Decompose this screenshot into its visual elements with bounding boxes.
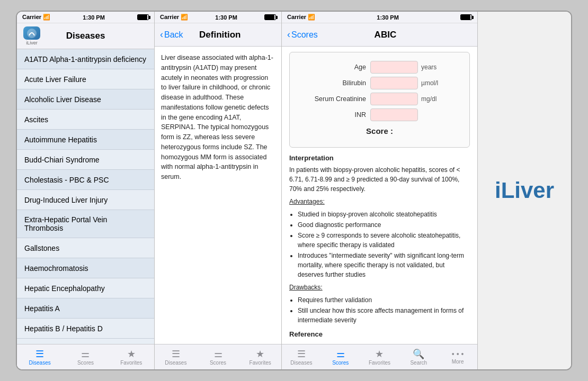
tab-diseases-3[interactable]: ☰ Diseases [282,347,321,368]
disease-item-haemo[interactable]: Haemochromatosis [17,258,154,278]
back-chevron-3: ‹ [287,29,290,40]
tab-scores-label-3: Scores [332,360,349,366]
score-result-label: Score : [297,125,462,138]
creatinine-unit: mg/dl [421,94,436,104]
tab-more-label-3: More [452,359,464,365]
interpretation-text: In patients with biopsy-proven alcoholic… [289,165,470,194]
score-form: Age years Bilirubin µmol/l Serum Creatin… [289,52,470,148]
bilirubin-unit: µmol/l [421,78,438,88]
disease-item-ald[interactable]: Alcoholic Liver Disease [17,89,154,110]
advantage-2: Good diagnostic performance [298,220,470,230]
battery-3 [460,14,472,20]
disease-item-ehpvt[interactable]: Extra-Hepatic Portal Vein Thrombosis [17,210,154,238]
battery-1 [137,14,149,20]
tab-more-3[interactable]: • • • More [438,347,477,368]
tab-favorites-label-1: Favorites [120,360,142,366]
tab-scores-label-1: Scores [77,360,94,366]
back-label-2: Back [164,30,183,40]
definition-panel: Carrier 📶 1:30 PM ‹ Back Definition Live… [155,12,282,369]
definition-content: Liver disease associated with alpha-1-an… [155,47,281,344]
tab-favorites-label-2: Favorites [250,360,271,366]
back-label-3: Scores [291,30,318,40]
disease-item-a1atd[interactable]: A1ATD Alpha-1-antitrypsin deficiency [17,49,154,69]
tab-favorites-2[interactable]: ★ Favorites [239,347,281,368]
advantage-3: Score ≥ 9 corresponds to severe alcoholi… [298,231,470,250]
back-button-2[interactable]: ‹ Back [160,29,183,40]
inr-label: INR [297,110,366,120]
definition-text: Liver disease associated with alpha-1-an… [155,47,281,188]
disease-item-budd[interactable]: Budd-Chiari Syndrome [17,150,154,170]
abic-panel: Carrier 📶 1:30 PM ‹ Scores ABIC Age year [282,12,478,369]
favorites-tab-icon-3: ★ [375,349,384,359]
diseases-panel: Carrier 📶 1:30 PM iLiver Diseases A1ATD … [17,12,155,369]
back-button-3[interactable]: ‹ Scores [287,29,318,40]
advantages-title: Advantages: [289,197,470,206]
disease-item-dili[interactable]: Drug-Induced Liver Injury [17,190,154,210]
iliver-brand-text: iLiver [495,178,554,203]
nav-bar-2: ‹ Back Definition [155,23,281,47]
time-3: 1:30 PM [377,14,399,21]
reference-title: Reference [289,329,470,340]
interpretation-title: Interpretation [289,153,470,164]
battery-2 [264,14,276,20]
tab-bar-2: ☰ Diseases ⚌ Scores ★ Favorites [155,344,281,369]
tab-favorites-1[interactable]: ★ Favorites [109,347,154,368]
tab-scores-label-2: Scores [210,360,226,366]
tab-scores-2[interactable]: ⚌ Scores [197,347,239,368]
back-chevron-2: ‹ [160,29,163,40]
age-input[interactable] [370,61,418,74]
disease-item-hep-b[interactable]: Hepatitis B / Hepatitis D [17,319,154,339]
score-row-bilirubin: Bilirubin µmol/l [297,77,462,89]
bilirubin-label: Bilirubin [297,78,366,88]
tab-diseases-1[interactable]: ☰ Diseases [17,347,63,368]
advantage-4: Introduces "intermediate severity" with … [298,251,470,279]
tab-search-label-3: Search [410,360,427,366]
app-icon: iLiver [22,26,41,46]
advantage-1: Studied in biopsy-proven alcoholic steat… [298,210,470,219]
disease-item-hep-a[interactable]: Hepatitis A [17,298,154,319]
inr-input[interactable] [370,108,418,121]
panel2-title: Definition [183,30,257,40]
tab-scores-1[interactable]: ⚌ Scores [63,347,108,368]
diseases-tab-icon-3: ☰ [297,349,306,359]
age-label: Age [297,62,366,72]
disease-item-cholestasis[interactable]: Cholestasis - PBC & PSC [17,170,154,190]
panel1-title: Diseases [41,31,130,41]
tab-favorites-3[interactable]: ★ Favorites [360,347,399,368]
tab-diseases-2[interactable]: ☰ Diseases [155,347,197,368]
disease-item-ascites[interactable]: Ascites [17,110,154,130]
time-2: 1:30 PM [215,14,237,21]
disease-item-hepatic-enc[interactable]: Hepatic Encephalopathy [17,278,154,298]
status-bar-1: Carrier 📶 1:30 PM [17,12,154,23]
carrier-2: Carrier 📶 [160,14,188,21]
diseases-tab-icon-1: ☰ [35,349,44,359]
disease-list: A1ATD Alpha-1-antitrypsin deficiency Acu… [17,49,154,344]
tab-diseases-label-3: Diseases [290,360,312,366]
disease-item-alf[interactable]: Acute Liver Failure [17,69,154,89]
drawbacks-title: Drawbacks: [289,283,470,292]
disease-item-autoimmune[interactable]: Autoimmune Hepatitis [17,130,154,150]
bilirubin-input[interactable] [370,77,418,89]
nav-bar-1: iLiver Diseases [17,23,154,49]
drawback-1: Requires further validation [298,295,470,305]
age-unit: years [421,62,436,72]
app-icon-label: iLiver [26,40,38,46]
diseases-tab-icon-2: ☰ [172,349,180,359]
tab-search-3[interactable]: 🔍 Search [399,347,438,368]
status-bar-3: Carrier 📶 1:30 PM [282,12,477,23]
app-icon-image [23,26,40,40]
panel3-title: ABIC [318,30,453,40]
disease-item-gallstones[interactable]: Gallstones [17,238,154,258]
score-row-age: Age years [297,61,462,74]
tab-diseases-label-2: Diseases [165,360,186,366]
score-row-creatinine: Serum Creatinine mg/dl [297,93,462,105]
abic-content-area: Age years Bilirubin µmol/l Serum Creatin… [282,47,477,344]
creatinine-input[interactable] [370,93,418,105]
abic-content: Age years Bilirubin µmol/l Serum Creatin… [282,47,477,344]
tab-diseases-label-1: Diseases [29,360,51,366]
scores-tab-icon-3: ⚌ [336,349,345,359]
nav-bar-3: ‹ Scores ABIC [282,23,477,47]
tab-favorites-label-3: Favorites [369,360,390,366]
tab-scores-3[interactable]: ⚌ Scores [321,347,360,368]
more-tab-icon-3: • • • [452,350,464,358]
